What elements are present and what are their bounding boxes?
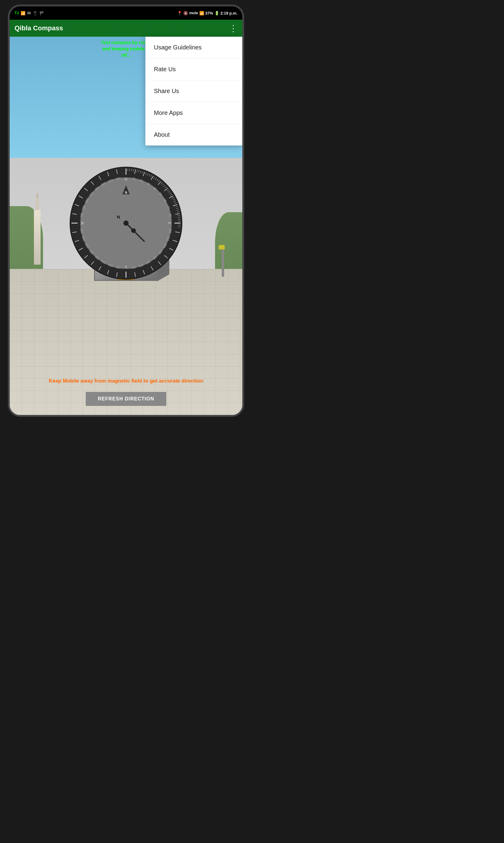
app-title: Qibla Compass xyxy=(15,24,229,32)
flag-icon: 🏴 xyxy=(39,11,44,15)
refresh-button[interactable]: REFRESH DIRECTION xyxy=(86,392,166,406)
app-content: Qibla Compass ⋮ Test compass by rota...a… xyxy=(10,20,242,415)
lamp-post xyxy=(222,249,224,277)
status-bar: TJ 📶 ✉ 📱 🏴 📍 🔇 mute 📶 37% 🔋 2:19 p.m. xyxy=(10,6,242,20)
status-right: 📍 🔇 mute 📶 37% 🔋 2:19 p.m. xyxy=(177,11,237,15)
battery-icon: 🔋 xyxy=(214,11,219,15)
arcade-right xyxy=(215,212,242,273)
svg-text:N: N xyxy=(117,215,120,219)
svg-line-110 xyxy=(178,227,181,227)
mute-icon: 🔇 xyxy=(183,11,188,15)
app-bar: Qibla Compass ⋮ xyxy=(10,20,242,37)
warning-text: Keep Mobile away from magnetic field to … xyxy=(10,377,242,385)
compass-svg: N 10 20 30 40 50 xyxy=(69,165,183,281)
signal-icon: 📶 xyxy=(199,11,204,15)
mail-icon: ✉ xyxy=(27,11,31,15)
svg-line-107 xyxy=(178,219,181,219)
menu-icon[interactable]: ⋮ xyxy=(229,23,237,33)
svg-line-74 xyxy=(130,169,130,171)
battery-percent: 37% xyxy=(205,11,213,15)
phone-frame: TJ 📶 ✉ 📱 🏴 📍 🔇 mute 📶 37% 🔋 2:19 p.m. xyxy=(8,4,244,417)
svg-text:N: N xyxy=(125,191,127,194)
status-left: TJ 📶 ✉ 📱 🏴 xyxy=(15,11,44,15)
menu-item-about[interactable]: About xyxy=(145,124,242,145)
wifi-icon: 📶 xyxy=(21,11,25,15)
dropdown-menu: Usage Guidelines Rate Us Share Us More A… xyxy=(145,37,242,145)
carrier-icon: TJ xyxy=(15,11,19,15)
network-type: mute xyxy=(189,11,198,15)
menu-item-share-us[interactable]: Share Us xyxy=(145,80,242,102)
time-display: 2:19 p.m. xyxy=(220,11,237,15)
menu-item-usage-guidelines[interactable]: Usage Guidelines xyxy=(145,37,242,58)
whatsapp-icon: 📱 xyxy=(33,11,38,15)
minaret-left xyxy=(34,210,41,265)
menu-item-more-apps[interactable]: More Apps xyxy=(145,102,242,124)
menu-item-rate-us[interactable]: Rate Us xyxy=(145,58,242,80)
location-icon: 📍 xyxy=(177,11,182,15)
compass: N 10 20 30 40 50 xyxy=(69,165,183,281)
